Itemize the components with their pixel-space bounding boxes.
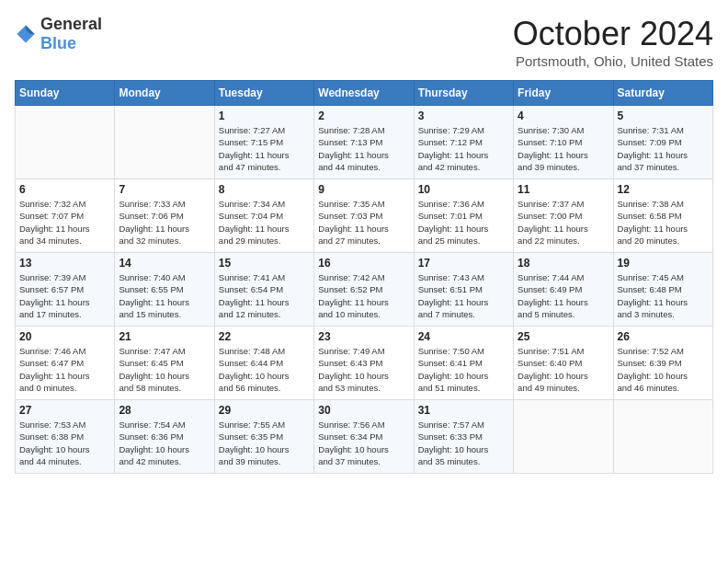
day-number: 18 — [518, 257, 609, 270]
day-info: Sunrise: 7:28 AM Sunset: 7:13 PM Dayligh… — [318, 124, 409, 173]
calendar-cell: 30Sunrise: 7:56 AM Sunset: 6:34 PM Dayli… — [314, 400, 414, 474]
day-info: Sunrise: 7:44 AM Sunset: 6:49 PM Dayligh… — [518, 271, 609, 320]
day-header-thursday: Thursday — [414, 81, 513, 106]
calendar-table: SundayMondayTuesdayWednesdayThursdayFrid… — [15, 80, 713, 474]
calendar-cell: 11Sunrise: 7:37 AM Sunset: 7:00 PM Dayli… — [514, 179, 613, 253]
calendar-cell: 29Sunrise: 7:55 AM Sunset: 6:35 PM Dayli… — [214, 400, 313, 474]
calendar-cell: 31Sunrise: 7:57 AM Sunset: 6:33 PM Dayli… — [414, 400, 513, 474]
calendar-cell: 1Sunrise: 7:27 AM Sunset: 7:15 PM Daylig… — [214, 106, 313, 179]
calendar-cell: 17Sunrise: 7:43 AM Sunset: 6:51 PM Dayli… — [414, 253, 513, 327]
day-number: 15 — [219, 257, 310, 270]
day-info: Sunrise: 7:42 AM Sunset: 6:52 PM Dayligh… — [318, 271, 409, 320]
day-number: 8 — [219, 183, 310, 196]
calendar-cell: 5Sunrise: 7:31 AM Sunset: 7:09 PM Daylig… — [613, 106, 712, 179]
calendar-cell: 4Sunrise: 7:30 AM Sunset: 7:10 PM Daylig… — [514, 106, 613, 179]
week-row-5: 27Sunrise: 7:53 AM Sunset: 6:38 PM Dayli… — [16, 400, 713, 474]
day-number: 6 — [19, 183, 110, 196]
calendar-cell: 19Sunrise: 7:45 AM Sunset: 6:48 PM Dayli… — [613, 253, 712, 327]
calendar-cell: 20Sunrise: 7:46 AM Sunset: 6:47 PM Dayli… — [16, 327, 115, 400]
calendar-cell — [115, 106, 214, 179]
calendar-cell: 26Sunrise: 7:52 AM Sunset: 6:39 PM Dayli… — [613, 327, 712, 400]
day-number: 19 — [618, 257, 709, 270]
day-info: Sunrise: 7:46 AM Sunset: 6:47 PM Dayligh… — [19, 345, 110, 394]
page-header: General Blue October 2024 Portsmouth, Oh… — [15, 15, 713, 69]
week-row-2: 6Sunrise: 7:32 AM Sunset: 7:07 PM Daylig… — [16, 179, 713, 253]
day-number: 22 — [219, 330, 310, 343]
calendar-cell: 18Sunrise: 7:44 AM Sunset: 6:49 PM Dayli… — [514, 253, 613, 327]
day-header-sunday: Sunday — [16, 81, 115, 106]
day-info: Sunrise: 7:49 AM Sunset: 6:43 PM Dayligh… — [318, 345, 409, 394]
calendar-cell: 14Sunrise: 7:40 AM Sunset: 6:55 PM Dayli… — [115, 253, 214, 327]
day-info: Sunrise: 7:38 AM Sunset: 6:58 PM Dayligh… — [618, 198, 709, 247]
calendar-cell: 24Sunrise: 7:50 AM Sunset: 6:41 PM Dayli… — [414, 327, 513, 400]
day-info: Sunrise: 7:48 AM Sunset: 6:44 PM Dayligh… — [219, 345, 310, 394]
calendar-cell: 28Sunrise: 7:54 AM Sunset: 6:36 PM Dayli… — [115, 400, 214, 474]
calendar-cell — [613, 400, 712, 474]
day-header-tuesday: Tuesday — [214, 81, 313, 106]
calendar-cell: 21Sunrise: 7:47 AM Sunset: 6:45 PM Dayli… — [115, 327, 214, 400]
day-number: 24 — [418, 330, 509, 343]
calendar-cell: 13Sunrise: 7:39 AM Sunset: 6:57 PM Dayli… — [16, 253, 115, 327]
day-info: Sunrise: 7:52 AM Sunset: 6:39 PM Dayligh… — [618, 345, 709, 394]
calendar-cell — [16, 106, 115, 179]
day-header-saturday: Saturday — [613, 81, 712, 106]
day-number: 17 — [418, 257, 509, 270]
logo-text-general: General — [40, 15, 102, 33]
day-info: Sunrise: 7:36 AM Sunset: 7:01 PM Dayligh… — [418, 198, 509, 247]
day-number: 13 — [19, 257, 110, 270]
day-info: Sunrise: 7:35 AM Sunset: 7:03 PM Dayligh… — [318, 198, 409, 247]
day-number: 23 — [318, 330, 409, 343]
calendar-cell: 12Sunrise: 7:38 AM Sunset: 6:58 PM Dayli… — [613, 179, 712, 253]
location-subtitle: Portsmouth, Ohio, United States — [513, 53, 713, 69]
day-info: Sunrise: 7:27 AM Sunset: 7:15 PM Dayligh… — [219, 124, 310, 173]
day-info: Sunrise: 7:37 AM Sunset: 7:00 PM Dayligh… — [518, 198, 609, 247]
day-number: 16 — [318, 257, 409, 270]
calendar-cell — [514, 400, 613, 474]
day-number: 5 — [618, 109, 709, 122]
day-number: 7 — [119, 183, 210, 196]
day-info: Sunrise: 7:33 AM Sunset: 7:06 PM Dayligh… — [119, 198, 210, 247]
week-row-1: 1Sunrise: 7:27 AM Sunset: 7:15 PM Daylig… — [16, 106, 713, 179]
day-info: Sunrise: 7:57 AM Sunset: 6:33 PM Dayligh… — [418, 419, 509, 467]
day-info: Sunrise: 7:43 AM Sunset: 6:51 PM Dayligh… — [418, 271, 509, 320]
calendar-cell: 6Sunrise: 7:32 AM Sunset: 7:07 PM Daylig… — [16, 179, 115, 253]
calendar-cell: 7Sunrise: 7:33 AM Sunset: 7:06 PM Daylig… — [115, 179, 214, 253]
calendar-cell: 16Sunrise: 7:42 AM Sunset: 6:52 PM Dayli… — [314, 253, 414, 327]
calendar-cell: 25Sunrise: 7:51 AM Sunset: 6:40 PM Dayli… — [514, 327, 613, 400]
day-number: 3 — [418, 109, 509, 122]
day-number: 25 — [518, 330, 609, 343]
day-number: 26 — [618, 330, 709, 343]
day-number: 9 — [318, 183, 409, 196]
day-info: Sunrise: 7:45 AM Sunset: 6:48 PM Dayligh… — [618, 271, 709, 320]
day-header-wednesday: Wednesday — [314, 81, 414, 106]
day-info: Sunrise: 7:51 AM Sunset: 6:40 PM Dayligh… — [518, 345, 609, 394]
day-number: 27 — [19, 404, 110, 417]
day-number: 20 — [19, 330, 110, 343]
day-number: 12 — [618, 183, 709, 196]
calendar-cell: 3Sunrise: 7:29 AM Sunset: 7:12 PM Daylig… — [414, 106, 513, 179]
week-row-3: 13Sunrise: 7:39 AM Sunset: 6:57 PM Dayli… — [16, 253, 713, 327]
calendar-header-row: SundayMondayTuesdayWednesdayThursdayFrid… — [16, 81, 713, 106]
calendar-cell: 27Sunrise: 7:53 AM Sunset: 6:38 PM Dayli… — [16, 400, 115, 474]
day-info: Sunrise: 7:53 AM Sunset: 6:38 PM Dayligh… — [19, 419, 110, 467]
day-header-monday: Monday — [115, 81, 214, 106]
day-info: Sunrise: 7:34 AM Sunset: 7:04 PM Dayligh… — [219, 198, 310, 247]
calendar-cell: 22Sunrise: 7:48 AM Sunset: 6:44 PM Dayli… — [214, 327, 313, 400]
calendar-cell: 8Sunrise: 7:34 AM Sunset: 7:04 PM Daylig… — [214, 179, 313, 253]
calendar-cell: 15Sunrise: 7:41 AM Sunset: 6:54 PM Dayli… — [214, 253, 313, 327]
day-number: 1 — [219, 109, 310, 122]
day-number: 21 — [119, 330, 210, 343]
day-info: Sunrise: 7:47 AM Sunset: 6:45 PM Dayligh… — [119, 345, 210, 394]
day-info: Sunrise: 7:31 AM Sunset: 7:09 PM Dayligh… — [618, 124, 709, 173]
day-info: Sunrise: 7:32 AM Sunset: 7:07 PM Dayligh… — [19, 198, 110, 247]
day-number: 14 — [119, 257, 210, 270]
day-number: 30 — [318, 404, 409, 417]
day-info: Sunrise: 7:41 AM Sunset: 6:54 PM Dayligh… — [219, 271, 310, 320]
calendar-cell: 23Sunrise: 7:49 AM Sunset: 6:43 PM Dayli… — [314, 327, 414, 400]
day-info: Sunrise: 7:39 AM Sunset: 6:57 PM Dayligh… — [19, 271, 110, 320]
day-info: Sunrise: 7:50 AM Sunset: 6:41 PM Dayligh… — [418, 345, 509, 394]
day-number: 29 — [219, 404, 310, 417]
day-info: Sunrise: 7:29 AM Sunset: 7:12 PM Dayligh… — [418, 124, 509, 173]
day-number: 2 — [318, 109, 409, 122]
title-block: October 2024 Portsmouth, Ohio, United St… — [513, 15, 713, 69]
